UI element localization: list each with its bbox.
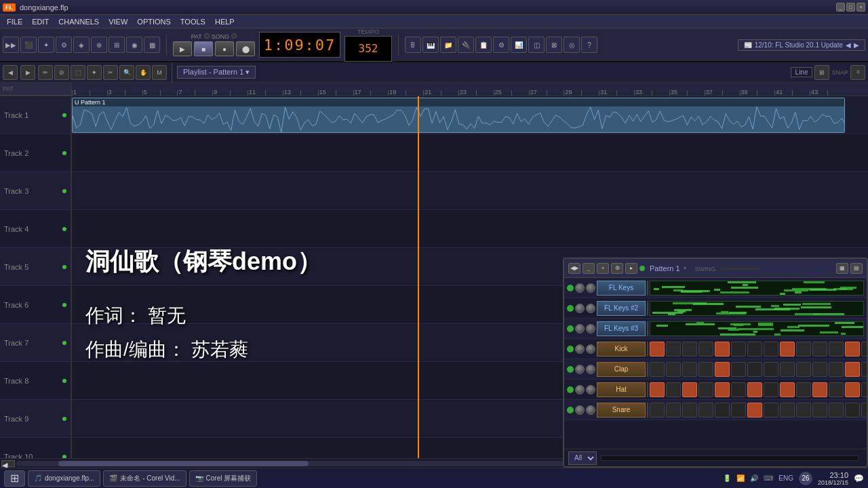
beat-pad-hat-5[interactable] [731,382,746,397]
track-header-5[interactable]: Track 5 [0,248,71,286]
track-header-7[interactable]: Track 7 [0,324,71,362]
toolbar-icon-8[interactable]: ◉ [126,37,142,53]
pan-knob-1[interactable] [586,304,595,313]
instr-btn-clap[interactable]: Clap [597,362,646,377]
vol-knob-4[interactable] [575,365,585,374]
channel-led-3[interactable] [567,346,574,352]
beat-pad-snare-12[interactable] [845,403,860,418]
beat-pad-clap-4[interactable] [715,362,730,377]
mini-pianoroll-2[interactable] [650,321,864,336]
beat-pad-snare-4[interactable] [715,403,730,418]
menu-tools[interactable]: TOOLS [176,16,210,27]
toolbar-icon-3[interactable]: ✦ [38,37,54,53]
toolbar-icon-7[interactable]: ⊞ [108,37,125,53]
beat-pad-kick-13[interactable] [861,342,868,357]
snap-btn[interactable]: ⊞ [814,65,829,80]
pan-knob-5[interactable] [586,385,595,394]
pattern-block[interactable]: U Pattern 1 [72,98,845,133]
beat-pad-snare-5[interactable] [731,403,746,418]
news-badge[interactable]: 📰 12/10: FL Studio 20.1 Update ◀ ▶ [738,39,865,51]
track-active-led-3[interactable] [62,189,66,193]
vol-knob-0[interactable] [575,283,585,293]
mini-pianoroll-0[interactable] [650,281,864,296]
filter-dropdown[interactable]: All [568,451,597,465]
more-icon2[interactable]: ⊠ [546,37,562,53]
beat-pad-hat-8[interactable] [780,382,795,397]
beat-pad-hat-3[interactable] [698,382,713,397]
beat-pad-clap-12[interactable] [845,362,860,377]
beat-pad-snare-8[interactable] [780,403,795,418]
menu-file[interactable]: FILE [3,16,26,27]
beat-pad-snare-2[interactable] [682,403,697,418]
toolbar-icon-4[interactable]: ⚙ [56,37,72,53]
track-header-3[interactable]: Track 3 [0,172,71,210]
beat-pad-kick-6[interactable] [747,342,762,357]
beat-pad-clap-8[interactable] [780,362,795,377]
beat-pad-kick-9[interactable] [796,342,811,357]
track-header-9[interactable]: Track 9 [0,400,71,438]
beat-pad-snare-1[interactable] [666,403,681,418]
track-active-led-7[interactable] [62,341,66,345]
pattern-icon[interactable]: 📋 [475,37,492,53]
beat-pad-kick-7[interactable] [764,342,778,357]
beat-pad-hat-13[interactable] [861,382,868,397]
track-row-4[interactable] [72,210,868,248]
maximize-button[interactable]: □ [846,3,855,12]
plugin-icon[interactable]: 🔌 [458,37,474,53]
beat-pad-clap-7[interactable] [764,362,778,377]
beat-pad-kick-5[interactable] [731,342,746,357]
taskbar-item-3[interactable]: 📷 Corel 屏幕捕获 [189,470,258,487]
close-button[interactable]: × [856,3,865,12]
beat-pad-snare-10[interactable] [812,403,827,418]
instr-btn-hat[interactable]: Hat [597,382,646,397]
panel-close[interactable]: × [597,263,609,274]
track-header-2[interactable]: Track 2 [0,134,71,172]
scroll-left-btn[interactable]: ◀ [1,460,15,467]
track-header-1[interactable]: Track 1 [0,96,71,134]
panel-view-2[interactable]: ▤ [850,263,863,274]
pan-knob-2[interactable] [586,324,595,333]
settings-icon[interactable]: ⚙ [493,37,509,53]
panel-minimize[interactable]: _ [583,263,595,274]
track-active-led-6[interactable] [62,303,66,307]
channel-led-4[interactable] [567,366,574,373]
tool-mute[interactable]: M [152,65,167,80]
beat-pad-hat-1[interactable] [666,382,681,397]
pan-knob-4[interactable] [586,365,595,374]
beat-pad-snare-6[interactable] [747,403,762,418]
track-active-led-9[interactable] [62,417,66,421]
taskbar-item-2[interactable]: 🎬 未命名 - Corel Vid... [103,470,186,487]
stop-button[interactable]: ■ [194,41,213,56]
menu-channels[interactable]: CHANNELS [54,16,103,27]
pan-knob-3[interactable] [586,344,595,354]
toolbar-icon-1[interactable]: ▶▶ [3,37,19,53]
track-active-led-10[interactable] [62,455,66,459]
next-pattern-btn[interactable]: ▶ [20,65,35,80]
mini-pianoroll-1[interactable] [650,301,864,316]
beat-pad-hat-7[interactable] [764,382,778,397]
beat-pad-kick-3[interactable] [698,342,713,357]
vol-knob-5[interactable] [575,385,585,394]
beat-scrollbar[interactable] [601,455,859,461]
beat-pad-snare-13[interactable] [861,403,868,418]
toolbar-icon-9[interactable]: ▦ [144,37,160,53]
news-nav-left[interactable]: ◀ [846,41,851,49]
track-header-6[interactable]: Track 6 [0,286,71,324]
panel-settings[interactable]: ⚙ [611,263,623,274]
beat-pad-kick-2[interactable] [682,342,697,357]
beat-pad-clap-2[interactable] [682,362,697,377]
instr-btn-snare[interactable]: Snare [597,403,646,418]
tool-select[interactable]: ⬚ [71,65,85,80]
beat-pad-clap-0[interactable] [650,362,665,377]
more-icon1[interactable]: ◫ [528,37,545,53]
track-header-8[interactable]: Track 8 [0,362,71,400]
beat-pad-clap-10[interactable] [812,362,827,377]
record-button[interactable]: ● [215,41,234,56]
instr-btn-fl-keys-#3[interactable]: FL Keys #3 [597,321,646,336]
track-active-led-2[interactable] [62,151,66,155]
tray-notifications[interactable]: 💬 [854,474,864,483]
minimize-button[interactable]: _ [836,3,845,12]
beat-pad-kick-0[interactable] [650,342,665,357]
pan-knob-6[interactable] [586,405,595,415]
vol-knob-1[interactable] [575,304,585,313]
